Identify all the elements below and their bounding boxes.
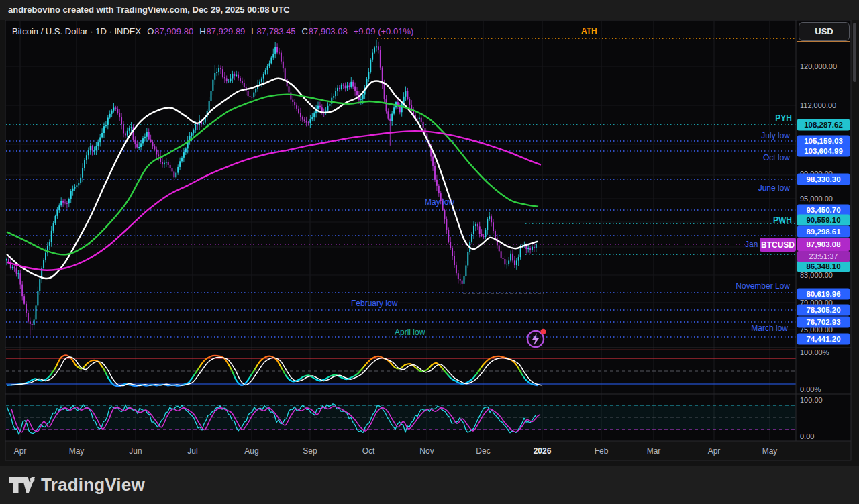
- level-label-jan[interactable]: Jan: [745, 240, 758, 249]
- plot-background: [5, 20, 851, 441]
- x-axis-label-May[interactable]: May: [762, 446, 778, 456]
- y-axis-label: 120,000.00: [800, 62, 837, 70]
- x-axis-label-Feb[interactable]: Feb: [595, 446, 609, 456]
- level-label-Oct low[interactable]: Oct low: [763, 153, 790, 162]
- level-label-PWH[interactable]: PWH: [773, 215, 792, 225]
- x-axis-label-Sep[interactable]: Sep: [303, 446, 317, 456]
- tradingview-logo-text: TradingView: [41, 474, 145, 495]
- ohlc-close: C87,903.08: [301, 26, 347, 36]
- attribution-text: andrebovino created with TradingView.com…: [8, 5, 290, 15]
- x-axis-label-Oct[interactable]: Oct: [362, 446, 375, 456]
- symbol-header: Bitcoin / U.S. Dollar · 1D · INDEX O87,9…: [12, 26, 413, 36]
- level-label-November Low[interactable]: November Low: [736, 281, 790, 291]
- osc1-axis-label: 100.00%: [800, 348, 829, 356]
- tradingview-logo[interactable]: TradingView: [9, 474, 145, 495]
- level-86,348.10-badge-text: 86,348.10: [806, 262, 840, 270]
- x-axis-label-Apr[interactable]: Apr: [14, 446, 27, 456]
- level-label-March low[interactable]: March low: [751, 323, 788, 333]
- chart-canvas[interactable]: 99,000.0079,000.0075,000.00120,000.00112…: [0, 0, 859, 504]
- y-axis-label: 95,000.00: [800, 195, 833, 203]
- x-axis-label-Jun[interactable]: Jun: [129, 446, 142, 456]
- level-May low-badge-text: 93,450.70: [806, 206, 840, 214]
- symbol-marker-badge-text: BTCUSD: [761, 240, 795, 250]
- tradingview-logo-icon: [9, 476, 35, 495]
- level-label-July low[interactable]: July low: [761, 131, 790, 140]
- level-June low-badge-text: 98,330.30: [806, 175, 840, 183]
- tradingview-chart-page: 99,000.0079,000.0075,000.00120,000.00112…: [0, 0, 859, 504]
- osc2-axis-label: 100.00: [800, 396, 823, 404]
- level-label-PYH[interactable]: PYH: [775, 113, 792, 123]
- ohlc-low: L87,783.45: [251, 26, 295, 36]
- level-February low-badge-text: 78,305.20: [806, 306, 840, 314]
- level-April low-badge-text: 74,441.20: [806, 335, 840, 343]
- level-label-May low[interactable]: May low: [425, 197, 454, 207]
- ohlc-open: O87,909.80: [147, 26, 193, 36]
- level-label-April low[interactable]: April low: [395, 327, 425, 337]
- x-axis-label-Nov[interactable]: Nov: [419, 446, 434, 456]
- level-November Low-badge-text: 80,619.96: [806, 290, 840, 298]
- level-label-ATH[interactable]: ATH: [581, 26, 597, 36]
- level-89,298.61-badge-text: 89,298.61: [806, 228, 841, 236]
- level-Oct low-badge-text: 103,604.99: [804, 147, 843, 155]
- level-March low-badge-text: 76,702.93: [806, 318, 840, 326]
- x-axis-label-May[interactable]: May: [69, 446, 85, 456]
- symbol-title[interactable]: Bitcoin / U.S. Dollar · 1D · INDEX: [12, 26, 141, 36]
- last-price-badge-text: 87,903.08: [806, 240, 841, 248]
- x-axis-label-Aug[interactable]: Aug: [244, 446, 258, 456]
- level-label-February low[interactable]: February low: [351, 299, 398, 308]
- level-label-June low[interactable]: June low: [758, 183, 791, 193]
- x-axis-label-Apr[interactable]: Apr: [708, 446, 721, 456]
- y-axis-label: 83,000.00: [800, 271, 833, 279]
- countdown-text: 23:51:37: [809, 252, 838, 260]
- osc1-axis-label: 0.00%: [800, 385, 821, 393]
- x-axis-label-Dec[interactable]: Dec: [476, 446, 490, 456]
- currency-toggle-button[interactable]: USD: [799, 22, 850, 41]
- x-axis-label-Mar[interactable]: Mar: [647, 446, 661, 456]
- attribution-bar: andrebovino created with TradingView.com…: [0, 0, 859, 20]
- y-axis-label: 112,000.00: [800, 101, 836, 109]
- level-PWH-badge-text: 90,559.10: [806, 216, 840, 224]
- level-July low-badge-text: 105,159.03: [804, 137, 843, 145]
- osc2-axis-label: 0.00: [800, 432, 814, 440]
- x-axis-label-2026[interactable]: 2026: [534, 446, 552, 456]
- footer-bar: TradingView: [0, 466, 859, 504]
- level-PYH-badge-text: 108,287.62: [804, 121, 843, 129]
- price-change: +9.09 (+0.01%): [354, 26, 414, 36]
- x-axis-label-Jul[interactable]: Jul: [187, 446, 197, 456]
- ohlc-high: H87,929.89: [199, 26, 245, 36]
- scrollbar-handle[interactable]: [853, 23, 856, 82]
